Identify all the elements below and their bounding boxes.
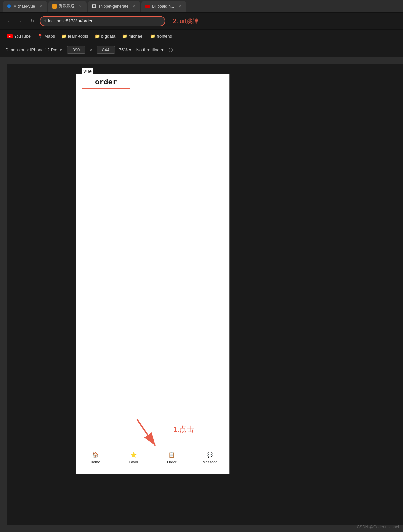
info-icon: ℹ <box>44 19 46 23</box>
bookmark-maps-label: Maps <box>44 34 55 39</box>
bookmark-learn-tools[interactable]: 📁 learn-tools <box>59 32 91 40</box>
reload-button[interactable]: ↻ <box>28 17 37 26</box>
tab-bar-home[interactable]: 🏠 Home <box>76 451 115 464</box>
bookmark-michael[interactable]: 📁 michael <box>119 32 146 40</box>
tab-label-1: Michael-Vue <box>13 4 35 9</box>
tab-close-2[interactable]: ✕ <box>78 4 83 9</box>
tab-label-4: Billboard h... <box>152 4 174 9</box>
ruler-h-container <box>7 57 403 64</box>
tab-favicon-3: 🔳 <box>92 4 96 9</box>
throttle-dropdown-icon: ▼ <box>160 47 165 52</box>
bookmark-learn-tools-label: learn-tools <box>68 34 88 39</box>
tab-snippet[interactable]: 🔳 snippet-generate ✕ <box>88 1 140 12</box>
bookmark-michael-label: michael <box>128 34 143 39</box>
throttle-button[interactable]: No throttling ▼ <box>136 47 165 52</box>
maps-icon: 📍 <box>37 34 43 39</box>
csdn-watermark: CSDN @Coder-michael <box>357 525 399 529</box>
address-text: localhost:5173/ <box>48 19 77 23</box>
throttle-label: No throttling <box>136 47 160 52</box>
message-icon: 💬 <box>206 451 214 459</box>
tab-label-2: 资派派送 <box>59 3 75 9</box>
svg-line-1 <box>137 419 155 446</box>
click-annotation: 1.点击 <box>173 424 194 434</box>
tab-bar-order-label: Order <box>167 460 176 464</box>
url-annotation: 2. url跳转 <box>173 17 198 25</box>
tab-label-3: snippet-generate <box>98 4 128 9</box>
order-icon: 📋 <box>168 451 176 459</box>
height-input[interactable] <box>97 46 115 54</box>
tab-zidian[interactable]: 资派派送 ✕ <box>48 1 87 12</box>
browser-nav-bar: ‹ › ↻ ℹ localhost:5173/#/order 2. url跳转 <box>0 13 403 30</box>
youtube-icon: ▶ <box>7 34 13 38</box>
tab-favicon-1: 🔵 <box>7 4 11 9</box>
bottom-ruler <box>0 525 403 532</box>
main-area: vue order 3. 页面渲染 🏠 Home ⭐ Favor 📋 <box>0 64 403 532</box>
ruler-corner <box>0 57 7 64</box>
ruler-horizontal <box>7 57 403 64</box>
bookmark-youtube-label: YouTube <box>14 34 31 39</box>
devtools-toolbar: Dimensions: iPhone 12 Pro ▼ ✕ 75% ▼ No t… <box>0 43 403 57</box>
bookmark-youtube[interactable]: ▶ YouTube <box>4 32 33 40</box>
tab-bar-home-label: Home <box>91 460 100 464</box>
tab-close-4[interactable]: ✕ <box>177 4 182 9</box>
folder-icon-2: 📁 <box>95 34 100 39</box>
zoom-label: 75% <box>119 47 128 52</box>
folder-icon-3: 📁 <box>122 34 127 39</box>
bookmark-bigdata-label: bigdata <box>101 34 116 39</box>
bookmark-maps[interactable]: 📍 Maps <box>35 32 57 40</box>
tab-bar-favor-label: Favor <box>129 460 138 464</box>
forward-button[interactable]: › <box>16 17 25 26</box>
device-name: iPhone 12 Pro <box>30 47 57 52</box>
bookmarks-bar: ▶ YouTube 📍 Maps 📁 learn-tools 📁 bigdata… <box>0 30 403 43</box>
zoom-dropdown-icon: ▼ <box>128 47 132 52</box>
tab-billboard[interactable]: Billboard h... ✕ <box>141 1 186 12</box>
zoom-button[interactable]: 75% ▼ <box>119 47 132 52</box>
bookmark-frontend[interactable]: 📁 frontend <box>147 32 175 40</box>
tab-bar-message[interactable]: 💬 Message <box>191 451 229 464</box>
dimension-separator: ✕ <box>89 47 93 52</box>
phone-viewport: 🏠 Home ⭐ Favor 📋 Order 💬 Message <box>76 74 230 474</box>
tab-michael-vue[interactable]: 🔵 Michael-Vue ✕ <box>3 1 47 12</box>
tab-close-3[interactable]: ✕ <box>131 4 136 9</box>
bookmark-bigdata[interactable]: 📁 bigdata <box>92 32 118 40</box>
back-button[interactable]: ‹ <box>4 17 13 26</box>
address-bar[interactable]: ℹ localhost:5173/#/order <box>40 16 165 26</box>
rotate-icon[interactable]: ⬡ <box>168 47 173 53</box>
browser-tabs-bar: 🔵 Michael-Vue ✕ 资派派送 ✕ 🔳 snippet-generat… <box>0 0 403 13</box>
address-hash: #/order <box>79 19 92 23</box>
folder-icon-4: 📁 <box>150 34 155 39</box>
tab-favicon-2 <box>52 4 57 9</box>
tab-favicon-4 <box>145 5 150 8</box>
bookmark-frontend-label: frontend <box>157 34 172 39</box>
width-input[interactable] <box>67 46 85 54</box>
dimensions-label: Dimensions: iPhone 12 Pro ▼ <box>5 47 63 52</box>
arrow-container <box>130 416 164 454</box>
ruler-vertical <box>0 64 7 532</box>
tab-bar-message-label: Message <box>203 460 218 464</box>
phone-content: 🏠 Home ⭐ Favor 📋 Order 💬 Message <box>76 74 229 474</box>
order-highlighted-box: order <box>82 75 130 89</box>
ruler-area <box>0 57 403 64</box>
arrow-svg <box>130 416 164 452</box>
vue-label: vue <box>82 68 93 75</box>
folder-icon-1: 📁 <box>61 34 67 39</box>
order-box-text: order <box>95 78 117 86</box>
device-dropdown-icon[interactable]: ▼ <box>59 47 63 52</box>
phone-body <box>76 74 229 474</box>
home-icon: 🏠 <box>92 451 99 459</box>
tab-close-1[interactable]: ✕ <box>38 4 43 9</box>
